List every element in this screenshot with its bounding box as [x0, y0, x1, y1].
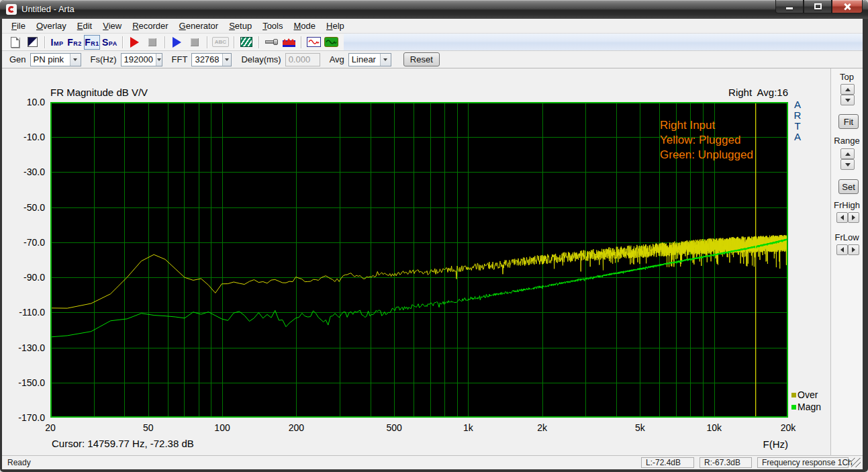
x-axis-unit: F(Hz) — [753, 438, 788, 450]
legend-swatch — [791, 393, 796, 397]
top-down-button[interactable] — [840, 95, 855, 105]
menu-file[interactable]: File — [6, 19, 31, 32]
frhigh-right-button[interactable] — [848, 212, 859, 223]
arrow-down-icon — [845, 99, 851, 102]
dropdown-button[interactable] — [156, 54, 162, 66]
waterfall-button[interactable] — [238, 35, 254, 50]
range-label: Range — [831, 136, 863, 146]
menu-recorder[interactable]: Recorder — [127, 19, 173, 32]
avg-label: Avg — [330, 54, 344, 64]
generator-stop-button[interactable] — [187, 35, 203, 50]
new-file-button[interactable] — [7, 35, 23, 50]
toolbar: IMP FR2 FR1 SPA ABC — [2, 34, 863, 51]
record-start-button[interactable] — [127, 35, 143, 50]
delay-label: Delay(ms) — [241, 54, 281, 64]
minimize-button[interactable] — [775, 0, 804, 13]
x-tick-label: 50 — [130, 422, 167, 433]
minimize-icon — [786, 7, 793, 9]
delay-input[interactable]: 0.000 — [285, 53, 320, 66]
signal-generator-button[interactable] — [305, 35, 322, 50]
toolbar-separator — [301, 36, 301, 48]
menu-help[interactable]: Help — [321, 19, 350, 32]
arta-watermark: ARTA — [793, 99, 802, 142]
chevron-down-icon — [157, 58, 161, 61]
dropdown-button[interactable] — [70, 54, 81, 66]
scope-icon — [324, 37, 338, 47]
frlow-spinner — [836, 244, 859, 255]
spa-mode-button[interactable]: SPA — [101, 35, 118, 50]
menu-view[interactable]: View — [97, 19, 127, 32]
new-document-icon — [11, 37, 19, 48]
frlow-right-button[interactable] — [848, 244, 859, 255]
chart-area: FR Magnitude dB V/V Right Avg:16 ARTA 10… — [2, 68, 863, 455]
reset-button[interactable]: Reset — [403, 52, 440, 66]
y-tick-label: -130.0 — [7, 342, 45, 353]
menu-overlay[interactable]: Overlay — [31, 19, 72, 32]
chevron-down-icon — [225, 58, 229, 61]
menu-edit[interactable]: Edit — [72, 19, 97, 32]
y-tick-label: -50.0 — [7, 202, 45, 213]
label-tool-button[interactable]: ABC — [211, 35, 230, 50]
close-button[interactable] — [832, 0, 863, 13]
dropdown-button[interactable] — [380, 54, 391, 66]
fft-label: FFT — [172, 54, 188, 64]
sampling-rate-select[interactable]: 192000 — [121, 53, 162, 66]
fr1-icon: FR1 — [85, 37, 99, 48]
record-play-icon — [130, 37, 139, 48]
x-tick-label: 200 — [277, 422, 315, 433]
legend-item: Over — [791, 389, 821, 401]
impulse-mode-button[interactable]: IMP — [49, 35, 65, 50]
chevron-down-icon — [73, 58, 77, 61]
overlay-button[interactable] — [24, 35, 40, 50]
stop-icon — [148, 38, 156, 46]
resize-grip[interactable] — [851, 458, 861, 467]
generator-type-select[interactable]: PN pink — [30, 53, 81, 66]
set-button[interactable]: Set — [838, 179, 859, 194]
record-stop-button[interactable] — [144, 35, 160, 50]
imp-icon: IMP — [51, 37, 64, 48]
fr1-mode-button[interactable]: FR1 — [84, 35, 100, 50]
overlay-icon — [28, 37, 38, 47]
top-up-button[interactable] — [840, 84, 855, 95]
menu-mode[interactable]: Mode — [289, 19, 322, 32]
fs-label: Fs(Hz) — [91, 54, 117, 64]
abc-icon: ABC — [212, 37, 229, 47]
toolbar-separator — [234, 36, 234, 48]
app-icon[interactable] — [6, 4, 17, 15]
menu-generator[interactable]: Generator — [174, 19, 224, 32]
oscilloscope-button[interactable] — [323, 35, 339, 50]
maximize-icon — [814, 3, 822, 9]
fit-button[interactable]: Fit — [838, 114, 859, 129]
plot-annotation: Right InputYellow: PluggedGreen: Unplugg… — [660, 118, 753, 162]
menu-setup[interactable]: Setup — [224, 19, 257, 32]
dropdown-button[interactable] — [222, 54, 232, 66]
range-down-button[interactable] — [840, 159, 855, 170]
top-label: Top — [831, 72, 863, 82]
frhigh-left-button[interactable] — [836, 212, 848, 223]
fr2-mode-button[interactable]: FR2 — [66, 35, 83, 50]
top-spinner — [840, 84, 855, 105]
generator-start-button[interactable] — [169, 35, 185, 50]
frlow-left-button[interactable] — [836, 244, 848, 255]
cursor-readout: Cursor: 14759.77 Hz, -72.38 dB — [52, 438, 194, 449]
play-icon — [173, 37, 181, 48]
x-tick-label: 500 — [375, 422, 413, 433]
x-tick-label: 2k — [524, 422, 561, 433]
spectrum-scaling-button[interactable] — [281, 35, 297, 50]
app-window: Untitled - Arta FileOverlayEditViewRecor… — [0, 0, 868, 472]
menu-tools[interactable]: Tools — [257, 19, 288, 32]
channel-average-info: Right Avg:16 — [646, 87, 788, 98]
window-title: Untitled - Arta — [21, 4, 75, 14]
range-up-button[interactable] — [840, 148, 855, 159]
plot-control-panel: Top Fit Range Set FrHigh FrLow — [831, 68, 863, 455]
arrow-right-icon — [852, 247, 855, 252]
maximize-button[interactable] — [804, 0, 832, 13]
left-level-indicator: L:-72.4dB — [641, 457, 694, 468]
status-message: Ready — [7, 458, 31, 467]
mic-calibration-button[interactable] — [263, 35, 279, 50]
averaging-select[interactable]: Linear — [348, 53, 391, 66]
plot-legend: OverMagn — [791, 389, 821, 413]
y-tick-label: -110.0 — [7, 307, 45, 318]
toolbar-empty-area — [344, 34, 863, 50]
fft-size-select[interactable]: 32768 — [191, 53, 232, 66]
